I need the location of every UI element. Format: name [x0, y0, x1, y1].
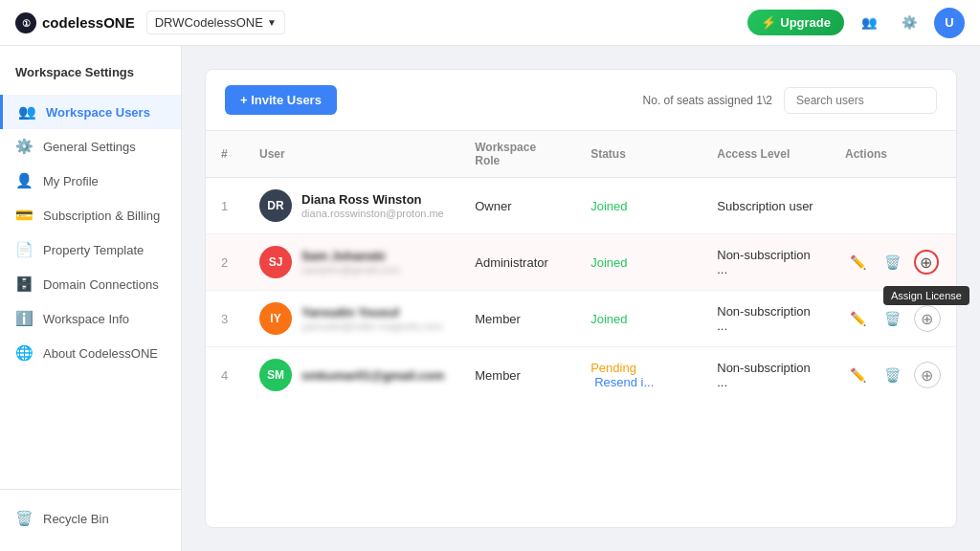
sidebar-item-subscription-billing[interactable]: 💳 Subscription & Billing	[0, 198, 181, 232]
user-name: Diana Ross Winston	[301, 192, 444, 207]
sidebar-item-label-domain-connections: Domain Connections	[43, 277, 159, 292]
main-content: + Invite Users No. of seats assigned 1\2…	[182, 46, 980, 551]
edit-icon-button[interactable]: ✏️	[845, 305, 872, 332]
user-role: Member	[459, 291, 575, 347]
table-row: 2 SJ Sam Johanski samjohn@gmail.com Admi…	[206, 234, 956, 291]
delete-icon-button[interactable]: 🗑️	[880, 362, 906, 388]
sidebar-item-domain-connections[interactable]: 🗄️ Domain Connections	[0, 267, 181, 301]
billing-icon: 💳	[15, 207, 33, 224]
workspace-name: DRWCodelessONE	[155, 15, 263, 30]
upgrade-label: Upgrade	[780, 15, 831, 30]
team-icon-button[interactable]: 👥	[854, 8, 884, 38]
search-input[interactable]	[784, 87, 937, 114]
delete-icon-button[interactable]: 🗑️	[880, 249, 906, 276]
user-status: Joined	[575, 291, 702, 347]
settings-icon-button[interactable]: ⚙️	[894, 8, 924, 38]
sidebar-item-workspace-users[interactable]: 👥 Workspace Users	[0, 95, 181, 129]
user-access: Non-subscription ...	[702, 291, 830, 347]
user-email: samjohn@gmail.com	[301, 264, 400, 276]
user-status: Pending Resend i...	[575, 347, 702, 404]
seats-label: No. of seats assigned 1\2	[643, 94, 772, 107]
my-profile-icon: 👤	[15, 172, 33, 189]
sidebar-item-about-codelessone[interactable]: 🌐 About CodelessONE	[0, 336, 181, 370]
upgrade-button[interactable]: ⚡ Upgrade	[747, 10, 844, 35]
row-num: 4	[206, 347, 244, 404]
user-email: yaroudin@roller-magnets.com	[301, 320, 443, 332]
sidebar-item-workspace-info[interactable]: ℹ️ Workspace Info	[0, 301, 181, 336]
sidebar-item-general-settings[interactable]: ⚙️ General Settings	[0, 129, 181, 164]
user-cell: IY Yaroudin Yousuf yaroudin@roller-magne…	[244, 291, 459, 347]
col-header-role: Workspace Role	[459, 131, 575, 178]
status-pending: Pending	[590, 361, 636, 375]
row-num: 1	[206, 178, 244, 234]
top-navigation: ① codelessONE DRWCodelessONE ▼ ⚡ Upgrade…	[0, 0, 980, 46]
table-row: 1 DR Diana Ross Winston diana.rosswinsto…	[206, 178, 956, 234]
table-body: 1 DR Diana Ross Winston diana.rosswinsto…	[206, 178, 956, 404]
sidebar-item-label-property-template: Property Template	[43, 243, 144, 257]
row-num: 3	[206, 291, 244, 347]
workspace-info-icon: ℹ️	[15, 310, 33, 327]
avatar: DR	[259, 189, 292, 222]
delete-icon-button[interactable]: 🗑️	[880, 305, 906, 332]
user-cell: DR Diana Ross Winston diana.rosswinston@…	[244, 178, 459, 234]
invite-users-button[interactable]: + Invite Users	[225, 85, 337, 115]
assign-license-button[interactable]: ⊕	[914, 250, 939, 275]
table-header: # User Workspace Role Status Access Leve…	[206, 131, 956, 178]
logo-icon: ①	[15, 12, 36, 33]
user-actions: ✏️ 🗑️ ⊕ Assign License	[830, 234, 956, 291]
user-actions: ✏️ 🗑️ ⊕	[830, 347, 956, 404]
sidebar: Workspace Settings 👥 Workspace Users ⚙️ …	[0, 46, 182, 551]
sidebar-item-recycle-bin[interactable]: 🗑️ Recycle Bin	[0, 501, 181, 536]
toolbar-right: No. of seats assigned 1\2	[643, 87, 937, 114]
col-header-user: User	[244, 131, 459, 178]
chevron-down-icon: ▼	[267, 17, 277, 28]
user-access: Non-subscription ...	[702, 234, 830, 291]
avatar: IY	[259, 302, 292, 335]
user-name: Sam Johanski	[301, 249, 400, 263]
avatar: SJ	[259, 246, 292, 278]
sidebar-item-label-workspace-info: Workspace Info	[43, 312, 129, 326]
user-avatar-button[interactable]: U	[934, 8, 965, 38]
user-email: diana.rosswinston@proton.me	[301, 208, 444, 219]
nav-right: ⚡ Upgrade 👥 ⚙️ U	[747, 8, 965, 38]
table-row: 4 SM smkumar01@gmail.com Member Pendi	[206, 347, 956, 404]
about-icon: 🌐	[15, 344, 33, 362]
logo-text: codelessONE	[42, 14, 135, 31]
edit-icon-button[interactable]: ✏️	[845, 249, 872, 276]
user-access: Subscription user	[702, 178, 830, 234]
recycle-bin-icon: 🗑️	[15, 510, 33, 527]
user-role: Owner	[459, 178, 575, 234]
user-status: Joined	[575, 234, 702, 291]
user-cell: SM smkumar01@gmail.com	[244, 347, 459, 404]
edit-icon-button[interactable]: ✏️	[845, 362, 872, 388]
user-access: Non-subscription ...	[702, 347, 830, 404]
team-icon: 👥	[861, 15, 878, 30]
sidebar-item-label-recycle-bin: Recycle Bin	[43, 512, 109, 526]
sidebar-item-my-profile[interactable]: 👤 My Profile	[0, 164, 181, 198]
sidebar-item-label-about: About CodelessONE	[43, 346, 158, 361]
workspace-selector[interactable]: DRWCodelessONE ▼	[146, 11, 285, 34]
user-cell: SJ Sam Johanski samjohn@gmail.com	[244, 234, 459, 291]
assign-license-button[interactable]: ⊕	[914, 362, 941, 388]
user-actions	[830, 178, 956, 234]
sidebar-title: Workspace Settings	[0, 65, 181, 95]
sidebar-item-label-general-settings: General Settings	[43, 140, 136, 154]
user-actions: ✏️ 🗑️ ⊕	[830, 291, 956, 347]
avatar: SM	[259, 359, 292, 391]
app-layout: Workspace Settings 👥 Workspace Users ⚙️ …	[0, 46, 980, 551]
logo: ① codelessONE	[15, 12, 135, 33]
col-header-num: #	[206, 131, 244, 178]
assign-license-wrapper: ⊕ Assign License	[914, 250, 939, 275]
sidebar-item-property-template[interactable]: 📄 Property Template	[0, 232, 181, 267]
table-row: 3 IY Yaroudin Yousuf yaroudin@roller-mag…	[206, 291, 956, 347]
col-header-actions: Actions	[830, 131, 956, 178]
resend-invite-link[interactable]: Resend i...	[594, 375, 654, 389]
sidebar-bottom: 🗑️ Recycle Bin	[0, 489, 181, 536]
user-status: Joined	[575, 178, 702, 234]
assign-license-button[interactable]: ⊕	[914, 305, 941, 332]
svg-text:①: ①	[22, 18, 31, 29]
user-role: Member	[459, 347, 575, 404]
user-name: Yaroudin Yousuf	[301, 305, 443, 320]
general-settings-icon: ⚙️	[15, 138, 33, 155]
user-role: Administrator	[459, 234, 575, 291]
